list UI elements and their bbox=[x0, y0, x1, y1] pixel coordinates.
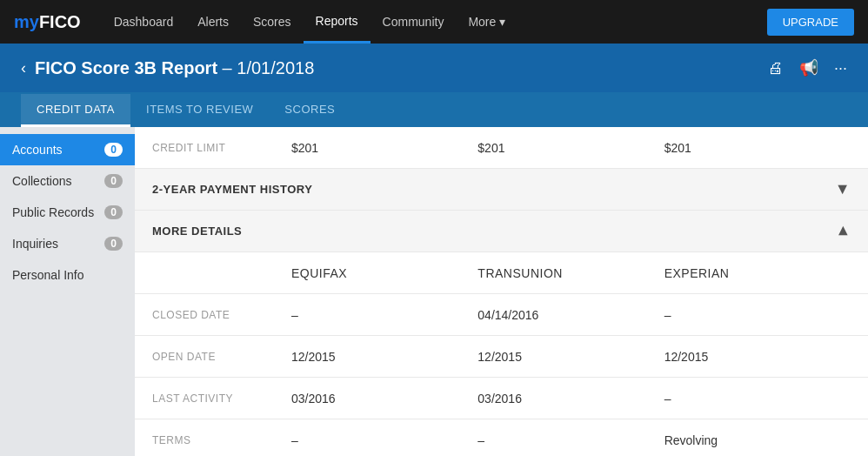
sub-header: ‹ FICO Score 3B Report – 1/01/2018 🖨 📢 ·… bbox=[0, 44, 868, 92]
terms-experian: Revolving bbox=[664, 433, 851, 447]
closed-date-transunion: 04/14/2016 bbox=[477, 308, 664, 322]
tab-items-to-review[interactable]: ITEMS TO REVIEW bbox=[130, 94, 269, 127]
nav-right: UPGRADE bbox=[767, 9, 854, 36]
sidebar-item-inquiries[interactable]: Inquiries 0 bbox=[0, 228, 135, 259]
open-date-equifax: 12/2015 bbox=[291, 350, 477, 364]
content-panel: CREDIT LIMIT $201 $201 $201 2-YEAR PAYME… bbox=[135, 127, 868, 456]
terms-transunion: – bbox=[477, 433, 664, 447]
terms-row: TERMS – – Revolving bbox=[135, 419, 868, 456]
col-header-experian: EXPERIAN bbox=[664, 266, 851, 280]
open-date-row: OPEN DATE 12/2015 12/2015 12/2015 bbox=[135, 336, 868, 378]
back-button[interactable]: ‹ bbox=[21, 59, 26, 77]
last-activity-row: LAST ACTIVITY 03/2016 03/2016 – bbox=[135, 378, 868, 419]
accounts-badge: 0 bbox=[104, 143, 123, 157]
payment-history-label: 2-YEAR PAYMENT HISTORY bbox=[152, 183, 835, 196]
last-activity-experian: – bbox=[664, 392, 851, 406]
last-activity-equifax: 03/2016 bbox=[291, 392, 477, 406]
tab-scores[interactable]: SCORES bbox=[269, 94, 351, 127]
tab-credit-data[interactable]: CREDIT DATA bbox=[21, 94, 130, 127]
logo: myFICO bbox=[14, 12, 81, 32]
share-icon[interactable]: 📢 bbox=[799, 58, 818, 77]
more-details-label: MORE DETAILS bbox=[152, 225, 835, 238]
nav-links: Dashboard Alerts Scores Reports Communit… bbox=[102, 0, 767, 44]
sidebar-item-collections[interactable]: Collections 0 bbox=[0, 165, 135, 197]
sidebar-item-public-records[interactable]: Public Records 0 bbox=[0, 197, 135, 228]
open-date-experian: 12/2015 bbox=[664, 350, 851, 364]
sidebar-item-accounts[interactable]: Accounts 0 bbox=[0, 134, 135, 165]
credit-limit-row: CREDIT LIMIT $201 $201 $201 bbox=[135, 127, 868, 169]
report-title: FICO Score 3B Report – 1/01/2018 bbox=[35, 58, 314, 78]
top-nav: myFICO Dashboard Alerts Scores Reports C… bbox=[0, 0, 868, 44]
last-activity-transunion: 03/2016 bbox=[477, 392, 664, 406]
last-activity-label: LAST ACTIVITY bbox=[152, 392, 291, 405]
nav-link-scores[interactable]: Scores bbox=[241, 0, 304, 44]
open-date-label: OPEN DATE bbox=[152, 351, 291, 363]
tabs-bar: CREDIT DATA ITEMS TO REVIEW SCORES bbox=[0, 92, 868, 127]
upgrade-button[interactable]: UPGRADE bbox=[767, 9, 854, 36]
nav-link-dashboard[interactable]: Dashboard bbox=[102, 0, 186, 44]
credit-limit-equifax: $201 bbox=[291, 141, 477, 155]
print-icon[interactable]: 🖨 bbox=[768, 59, 784, 77]
credit-limit-label: CREDIT LIMIT bbox=[152, 142, 291, 154]
closed-date-experian: – bbox=[664, 308, 851, 322]
nav-link-reports[interactable]: Reports bbox=[304, 0, 371, 44]
chevron-down-icon: ▾ bbox=[499, 15, 505, 29]
nav-link-more[interactable]: More ▾ bbox=[456, 0, 517, 44]
col-header-equifax: EQUIFAX bbox=[291, 266, 477, 280]
sub-header-icons: 🖨 📢 ··· bbox=[768, 58, 847, 77]
sidebar-item-personal-info[interactable]: Personal Info bbox=[0, 259, 135, 291]
nav-link-community[interactable]: Community bbox=[371, 0, 457, 44]
collections-badge: 0 bbox=[104, 174, 123, 188]
nav-link-alerts[interactable]: Alerts bbox=[185, 0, 241, 44]
more-details-section[interactable]: MORE DETAILS ▼ bbox=[135, 211, 868, 252]
chevron-up-icon: ▼ bbox=[835, 222, 851, 240]
col-header-transunion: TRANSUNION bbox=[477, 266, 664, 280]
sidebar: Accounts 0 Collections 0 Public Records … bbox=[0, 127, 135, 456]
open-date-transunion: 12/2015 bbox=[477, 350, 664, 364]
closed-date-equifax: – bbox=[291, 308, 477, 322]
closed-date-row: CLOSED DATE – 04/14/2016 – bbox=[135, 294, 868, 336]
more-options-icon[interactable]: ··· bbox=[834, 59, 847, 77]
credit-limit-transunion: $201 bbox=[477, 141, 664, 155]
closed-date-label: CLOSED DATE bbox=[152, 309, 291, 321]
terms-equifax: – bbox=[291, 433, 477, 447]
public-records-badge: 0 bbox=[104, 205, 123, 219]
inquiries-badge: 0 bbox=[104, 237, 123, 251]
terms-label: TERMS bbox=[152, 434, 291, 446]
column-headers: EQUIFAX TRANSUNION EXPERIAN bbox=[135, 252, 868, 294]
credit-limit-experian: $201 bbox=[664, 141, 851, 155]
payment-history-section[interactable]: 2-YEAR PAYMENT HISTORY ▼ bbox=[135, 169, 868, 211]
main-content: Accounts 0 Collections 0 Public Records … bbox=[0, 127, 868, 456]
chevron-down-icon: ▼ bbox=[835, 180, 851, 198]
